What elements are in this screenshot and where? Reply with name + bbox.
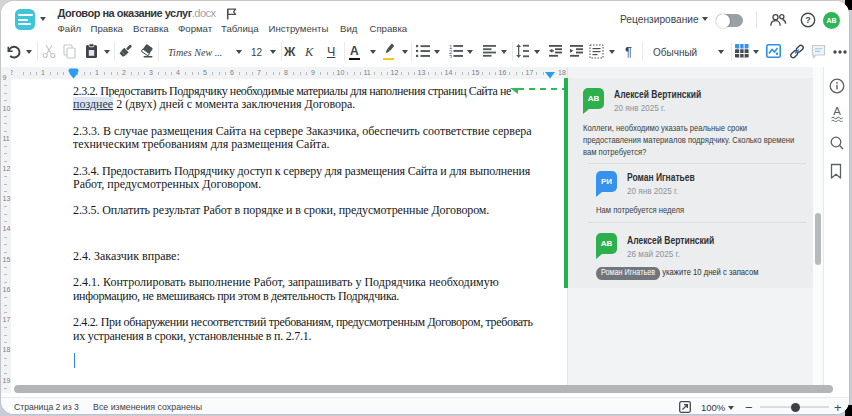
svg-text:?: ? <box>805 15 811 25</box>
svg-text:3: 3 <box>449 54 453 58</box>
svg-text:А: А <box>833 105 841 117</box>
